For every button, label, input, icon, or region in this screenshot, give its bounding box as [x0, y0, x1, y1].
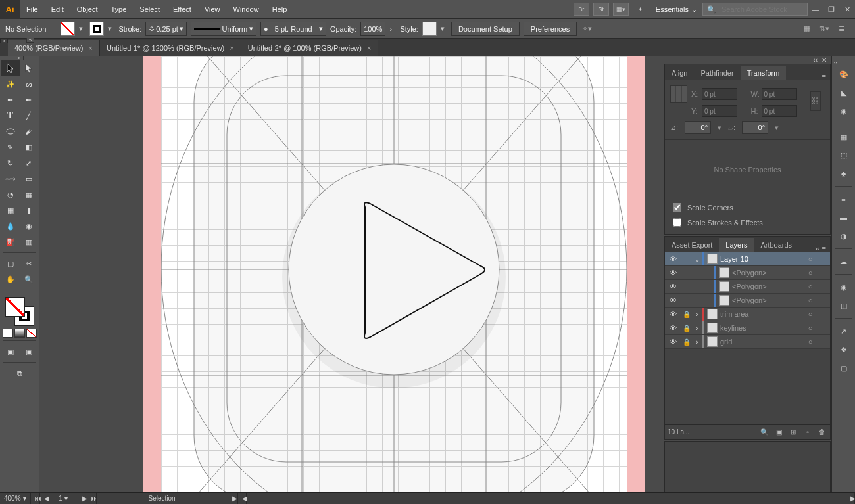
layer-row[interactable]: 👁<Polygon>○: [665, 280, 830, 294]
shear-dropdown[interactable]: ▾: [775, 124, 779, 132]
swatches-panel-icon[interactable]: ▦: [835, 128, 852, 145]
layer-lock-icon[interactable]: 🔒: [681, 325, 693, 332]
opacity-field[interactable]: 100%: [360, 22, 385, 36]
style-dropdown[interactable]: ▾: [441, 24, 447, 33]
free-transform-tool[interactable]: ▭: [20, 171, 38, 187]
layers-extra-icon[interactable]: ›› ≡: [811, 244, 830, 252]
opacity-dropdown[interactable]: ›: [389, 25, 396, 33]
style-swatch[interactable]: [422, 22, 437, 36]
fill-indicator[interactable]: [5, 297, 25, 317]
window-close-button[interactable]: ✕: [841, 3, 854, 15]
menu-window[interactable]: Window: [227, 0, 266, 19]
gradient-panel-icon[interactable]: ▬: [835, 209, 852, 226]
angle-input[interactable]: [685, 121, 711, 134]
document-setup-button[interactable]: Document Setup: [451, 22, 520, 36]
make-clip-icon[interactable]: ▣: [773, 428, 784, 436]
fill-dropdown[interactable]: ▾: [79, 24, 86, 33]
layer-row[interactable]: 👁⌄Layer 10○: [665, 252, 830, 266]
zoom-field[interactable]: 400% ▾: [0, 493, 31, 505]
brush-field[interactable]: ● 5 pt. Round ▾: [260, 22, 326, 36]
layer-toggle-icon[interactable]: ›: [693, 325, 702, 332]
menu-file[interactable]: File: [20, 0, 45, 19]
controlbar-expand[interactable]: »: [26, 38, 34, 43]
window-restore-button[interactable]: ❐: [825, 3, 838, 15]
last-artboard-button[interactable]: ⏭: [87, 493, 97, 505]
canvas-area[interactable]: [39, 56, 664, 492]
stroke-weight-field[interactable]: ≎ 0.25 pt ▾: [145, 22, 187, 36]
panel-menu-icon[interactable]: ≡: [818, 72, 830, 80]
menu-view[interactable]: View: [198, 0, 227, 19]
scale-strokes-check[interactable]: Scale Strokes & Effects: [670, 216, 825, 229]
layer-name[interactable]: Layer 10: [720, 255, 804, 263]
screen-mode[interactable]: ⧉: [11, 365, 29, 381]
selection-tool[interactable]: [1, 60, 20, 76]
layer-lock-icon[interactable]: 🔒: [681, 338, 693, 346]
layer-target-icon[interactable]: ○: [804, 283, 817, 290]
rotate-tool[interactable]: ↻: [1, 155, 20, 171]
stroke-panel-icon[interactable]: ≡: [835, 191, 852, 208]
gpu-icon[interactable]: ✦: [633, 3, 648, 16]
window-minimize-button[interactable]: —: [809, 3, 822, 15]
new-layer-icon[interactable]: ▫: [802, 428, 813, 436]
document-tab[interactable]: Untitled-1* @ 1200% (RGB/Preview)×: [100, 40, 241, 56]
tab-asset-export[interactable]: Asset Export: [665, 238, 719, 252]
artboard[interactable]: [143, 56, 645, 492]
preferences-button[interactable]: Preferences: [524, 22, 577, 36]
dock-expand[interactable]: ‹‹: [834, 60, 842, 64]
status-menu[interactable]: ▶: [228, 493, 237, 505]
artboard-tool[interactable]: ▢: [1, 256, 20, 271]
prev-artboard-button[interactable]: ◀: [40, 493, 49, 505]
width-tool[interactable]: ⟿: [1, 171, 20, 187]
shape-builder-tool[interactable]: ◔: [1, 187, 20, 202]
perspective-grid-tool[interactable]: ▦: [20, 187, 38, 202]
document-tab[interactable]: 400% (RGB/Preview)×: [8, 40, 100, 56]
locate-object-icon[interactable]: 🔍: [759, 428, 770, 436]
layer-visibility-icon[interactable]: 👁: [665, 269, 681, 277]
scale-corners-check[interactable]: Scale Corners: [670, 201, 825, 214]
layer-row[interactable]: 👁<Polygon>○: [665, 266, 830, 280]
close-tab-icon[interactable]: ×: [230, 44, 233, 52]
angle-dropdown[interactable]: ▾: [718, 124, 721, 132]
stroke-swatch[interactable]: [89, 22, 104, 36]
layers-dock-icon[interactable]: ❖: [835, 341, 852, 358]
y-input[interactable]: [702, 105, 737, 117]
align-icon[interactable]: ▦: [801, 23, 813, 35]
shaper-tool[interactable]: ✎: [1, 139, 20, 155]
brushes-panel-icon[interactable]: ⬚: [835, 147, 852, 164]
menu-object[interactable]: Object: [70, 0, 105, 19]
lasso-tool[interactable]: ᔕ: [20, 76, 38, 92]
stock-icon[interactable]: St: [593, 3, 609, 16]
layer-toggle-icon[interactable]: ⌄: [693, 256, 702, 263]
scale-tool[interactable]: ⤢: [20, 155, 38, 171]
layer-name[interactable]: <Polygon>: [732, 296, 804, 304]
hscroll-left[interactable]: ◀: [237, 493, 247, 505]
fill-stroke-indicator[interactable]: [5, 297, 34, 326]
tab-layers[interactable]: Layers: [719, 238, 754, 252]
line-tool[interactable]: ╱: [20, 108, 38, 124]
recolor-panel-icon[interactable]: ◉: [835, 103, 852, 120]
tab-pathfinder[interactable]: Pathfinder: [694, 66, 740, 80]
appearance-panel-icon[interactable]: ◉: [835, 279, 852, 296]
eyedropper-tool[interactable]: 💧: [1, 218, 20, 234]
reference-point[interactable]: [670, 85, 687, 103]
color-guide-panel-icon[interactable]: ◣: [835, 84, 852, 101]
transparency-panel-icon[interactable]: ◑: [835, 227, 852, 244]
hand-tool[interactable]: ✋: [1, 271, 20, 287]
menu-select[interactable]: Select: [133, 0, 166, 19]
layer-row[interactable]: 👁<Polygon>○: [665, 294, 830, 308]
artboards-dock-icon[interactable]: ▢: [835, 359, 852, 377]
arrange-docs-icon[interactable]: ▦▾: [613, 3, 629, 16]
layer-visibility-icon[interactable]: 👁: [665, 338, 681, 346]
artboard-number-field[interactable]: 1 ▾: [49, 493, 78, 505]
layer-target-icon[interactable]: ○: [804, 296, 817, 304]
layer-toggle-icon[interactable]: ›: [693, 338, 702, 346]
fill-swatch[interactable]: [61, 22, 75, 36]
layer-visibility-icon[interactable]: 👁: [665, 296, 681, 304]
panel-collapse-icon[interactable]: ‹‹: [813, 57, 818, 64]
color-panel-icon[interactable]: 🎨: [835, 66, 852, 83]
next-artboard-button[interactable]: ▶: [78, 493, 87, 505]
draw-behind[interactable]: ▣: [20, 344, 38, 359]
search-input[interactable]: [720, 5, 799, 14]
shear-input[interactable]: [742, 121, 768, 134]
layer-visibility-icon[interactable]: 👁: [665, 310, 681, 318]
